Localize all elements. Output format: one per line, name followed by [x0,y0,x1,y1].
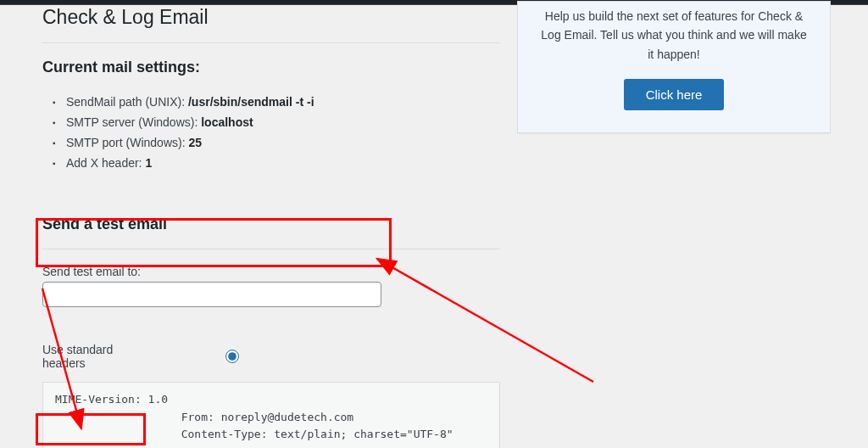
feedback-button[interactable]: Click here [624,79,725,110]
main-content: Check & Log Email Current mail settings:… [25,5,500,448]
setting-value: 25 [188,136,202,149]
standard-headers-radio[interactable] [225,350,239,363]
list-item: SMTP port (Windows): 25 [66,132,500,153]
feedback-card: Help us build the next set of features f… [517,1,831,133]
divider [42,249,500,249]
list-item: SendMail path (UNIX): /usr/sbin/sendmail… [66,92,500,112]
setting-label: SendMail path (UNIX): [66,95,188,109]
page-title: Check & Log Email [42,5,500,34]
headers-preview: MIME-Version: 1.0 From: noreply@dudetech… [42,382,500,448]
standard-headers-row: Use standard headers [42,343,500,370]
sidebar: Help us build the next set of features f… [517,1,831,448]
standard-headers-label: Use standard headers [42,343,153,370]
test-heading: Send a test email [42,216,500,233]
settings-heading: Current mail settings: [42,59,500,76]
feedback-text: Help us build the next set of features f… [538,2,810,64]
email-to-group: Send test email to: [42,265,500,307]
setting-value: 1 [145,156,152,170]
setting-label: SMTP server (Windows): [66,115,201,129]
setting-label: Add X header: [66,156,145,170]
email-to-input[interactable] [42,282,381,307]
setting-label: SMTP port (Windows): [66,136,188,149]
divider [42,42,500,43]
settings-list: SendMail path (UNIX): /usr/sbin/sendmail… [42,92,500,173]
setting-value: localhost [201,115,253,129]
email-to-label: Send test email to: [42,265,500,278]
setting-value: /usr/sbin/sendmail -t -i [188,95,314,109]
list-item: SMTP server (Windows): localhost [66,112,500,132]
list-item: Add X header: 1 [66,153,500,173]
